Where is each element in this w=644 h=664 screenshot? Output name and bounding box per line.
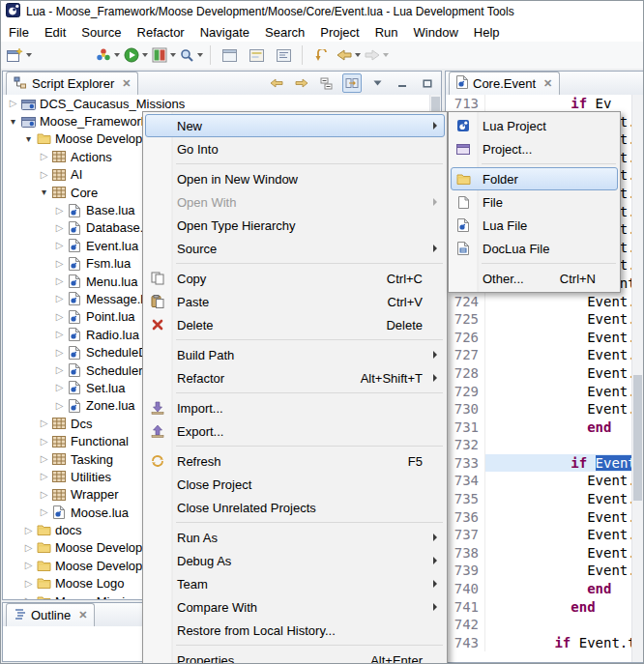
menu-item-copy[interactable]: CopyCtrl+C	[145, 267, 445, 290]
code-line[interactable]: 728 Event.I	[446, 364, 632, 383]
tab-script-explorer[interactable]: Script Explorer ✕	[6, 72, 138, 95]
menu-source[interactable]: Source	[73, 23, 129, 42]
expand-arrow-icon[interactable]: ▷	[53, 383, 66, 392]
code-line[interactable]: 731 end	[446, 419, 632, 437]
menu-item-delete[interactable]: DeleteDelete	[145, 313, 445, 336]
expand-arrow-icon[interactable]: ▷	[22, 561, 35, 570]
menu-item-open-type-hierarchy[interactable]: Open Type Hierarchy	[145, 214, 445, 237]
tab-core-event[interactable]: Core.Event ✕	[449, 72, 560, 95]
code-line[interactable]: 735 Event.I	[446, 490, 632, 508]
menu-file[interactable]: File	[1, 23, 37, 42]
menu-item-close-unrelated-projects[interactable]: Close Unrelated Projects	[145, 496, 445, 519]
expand-arrow-icon[interactable]: ▷	[38, 419, 50, 428]
menu-item-team[interactable]: Team	[145, 572, 445, 595]
view-forward-button[interactable]	[292, 73, 311, 93]
close-icon[interactable]: ✕	[122, 77, 131, 90]
open-type-button[interactable]	[216, 43, 243, 67]
forward-button[interactable]	[363, 43, 391, 67]
menu-edit[interactable]: Edit	[37, 23, 73, 42]
expand-arrow-icon[interactable]: ▷	[22, 526, 35, 535]
menu-item-go-into[interactable]: Go Into	[145, 137, 445, 160]
coverage-button[interactable]	[150, 43, 178, 67]
expand-arrow-icon[interactable]: ▷	[53, 312, 66, 322]
menu-item-project[interactable]: Project...	[451, 137, 618, 160]
menu-item-properties[interactable]: PropertiesAlt+Enter	[145, 649, 445, 664]
code-line[interactable]: 730 Event.I	[446, 400, 632, 419]
expand-arrow-icon[interactable]: ▷	[53, 206, 66, 216]
code-line[interactable]: 732	[446, 436, 632, 454]
expand-arrow-icon[interactable]: ▷	[53, 348, 66, 358]
link-editor-button[interactable]	[342, 73, 362, 93]
collapse-arrow-icon[interactable]: ▾	[38, 188, 50, 197]
expand-arrow-icon[interactable]: ▷	[53, 223, 66, 233]
code-line[interactable]: 737 Event.I	[446, 526, 632, 544]
back-button[interactable]	[335, 43, 363, 67]
tree-item-dcs-caucasus-missions[interactable]: ▷DCS_Caucasus_Missions	[3, 95, 430, 112]
mark-occurrences-button[interactable]	[243, 43, 270, 67]
code-line[interactable]: 741 end	[446, 598, 632, 617]
expand-arrow-icon[interactable]: ▷	[7, 99, 19, 108]
menu-run[interactable]: Run	[367, 23, 406, 42]
code-line[interactable]: 738 Event.I	[446, 544, 632, 563]
menu-item-export[interactable]: Export...	[145, 419, 445, 443]
code-line[interactable]: 729 Event.I	[446, 383, 632, 401]
menu-search[interactable]: Search	[257, 23, 312, 42]
collapse-arrow-icon[interactable]: ▾	[22, 134, 35, 144]
expand-arrow-icon[interactable]: ▷	[53, 365, 66, 375]
menu-item-run-as[interactable]: Run As	[145, 526, 445, 549]
menu-item-build-path[interactable]: Build Path	[145, 343, 445, 366]
code-line[interactable]: 743 if Event.ta	[446, 634, 632, 652]
code-line[interactable]: 725 Event.I	[446, 310, 632, 329]
menu-item-restore-from-local-history[interactable]: Restore from Local History...	[145, 619, 445, 642]
view-menu-button[interactable]	[367, 73, 387, 93]
close-icon[interactable]: ✕	[78, 609, 87, 621]
menu-item-paste[interactable]: PasteCtrl+V	[145, 290, 445, 313]
code-line[interactable]: 726 Event.I	[446, 329, 632, 347]
menu-item-lua-project[interactable]: Lua Project	[451, 114, 618, 137]
tab-outline[interactable]: Outline ✕	[6, 603, 95, 626]
menu-item-close-project[interactable]: Close Project	[145, 473, 445, 496]
code-line[interactable]: 739 Event.I	[446, 562, 632, 580]
run-button[interactable]	[122, 43, 150, 67]
expand-arrow-icon[interactable]: ▷	[53, 294, 66, 303]
code-line[interactable]: 736 Event.I	[446, 508, 632, 527]
menu-item-debug-as[interactable]: Debug As	[145, 549, 445, 572]
menu-item-refactor[interactable]: RefactorAlt+Shift+T	[145, 366, 445, 390]
editor-scrollbar-thumb[interactable]	[633, 375, 642, 501]
code-line[interactable]: 734 Event.I	[446, 472, 632, 490]
expand-arrow-icon[interactable]: ▷	[22, 596, 35, 599]
code-line[interactable]: 727 Event.I	[446, 346, 632, 364]
menu-refactor[interactable]: Refactor	[130, 23, 192, 42]
expand-arrow-icon[interactable]: ▷	[38, 507, 50, 517]
search-button[interactable]	[178, 43, 205, 67]
menu-item-refresh[interactable]: RefreshF5	[145, 449, 445, 473]
format-button[interactable]	[270, 43, 297, 67]
menu-item-open-with[interactable]: Open With	[145, 190, 445, 214]
menu-item-compare-with[interactable]: Compare With	[145, 595, 445, 619]
maximize-button[interactable]	[418, 73, 437, 93]
menu-item-other[interactable]: Other...Ctrl+N	[451, 267, 618, 290]
code-line[interactable]: 713 if Ev	[446, 95, 632, 113]
collapse-all-button[interactable]	[317, 73, 337, 93]
expand-arrow-icon[interactable]: ▷	[22, 543, 35, 553]
menu-item-source[interactable]: Source	[145, 237, 445, 260]
expand-arrow-icon[interactable]: ▷	[38, 490, 50, 500]
expand-arrow-icon[interactable]: ▷	[38, 472, 50, 481]
last-edit-button[interactable]	[307, 43, 335, 67]
expand-arrow-icon[interactable]: ▷	[53, 401, 66, 411]
code-line[interactable]: 733 if Event.	[446, 454, 632, 473]
menu-item-doclua-file[interactable]: DocLua File	[451, 237, 618, 260]
code-line[interactable]: 724 Event.I	[446, 293, 632, 311]
menu-item-import[interactable]: Import...	[145, 396, 445, 419]
collapse-arrow-icon[interactable]: ▾	[7, 117, 19, 127]
new-wizard-button[interactable]	[5, 43, 34, 67]
close-icon[interactable]: ✕	[543, 77, 552, 90]
expand-arrow-icon[interactable]: ▷	[53, 330, 66, 339]
expand-arrow-icon[interactable]: ▷	[38, 152, 50, 161]
view-back-button[interactable]	[267, 73, 286, 93]
menu-item-file[interactable]: File	[451, 190, 618, 214]
code-line[interactable]: 742	[446, 616, 632, 634]
menu-help[interactable]: Help	[466, 23, 508, 42]
expand-arrow-icon[interactable]: ▷	[38, 437, 50, 447]
menu-navigate[interactable]: Navigate	[192, 23, 257, 42]
